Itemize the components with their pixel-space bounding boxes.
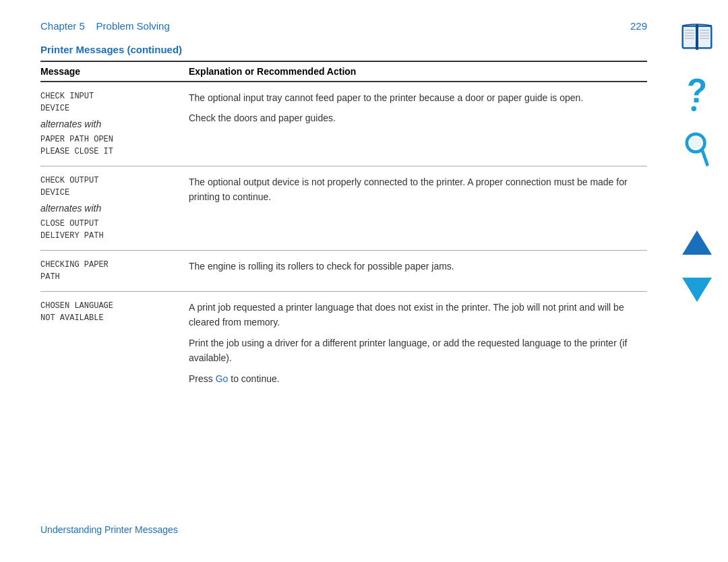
message-cell: CHOSEN LANGUAGENOT AVAILABLE <box>40 300 189 386</box>
svg-text:?: ? <box>686 74 706 109</box>
message-code-alt: CLOSE OUTPUTDELIVERY PATH <box>40 218 182 242</box>
svg-point-14 <box>691 106 696 111</box>
table-header: Message Explanation or Recommended Actio… <box>40 61 647 82</box>
message-code-alt: PAPER PATH OPENPLEASE CLOSE IT <box>40 133 182 158</box>
footer-link[interactable]: Understanding Printer Messages <box>40 524 178 535</box>
col-message-header: Message <box>40 66 189 77</box>
message-code: CHECKING PAPERPATH <box>40 259 182 283</box>
explanation-text: The engine is rolling its rollers to che… <box>189 259 647 274</box>
message-code: CHECK OUTPUTDEVICE <box>40 175 182 199</box>
explanation-text: The optional input tray cannot feed pape… <box>189 90 647 105</box>
explanation-text: The optional output device is not proper… <box>189 175 647 205</box>
alternates-with: alternates with <box>40 203 182 214</box>
explanation-text: A print job requested a printer language… <box>189 300 647 330</box>
table-row: CHECK INPUTDEVICE alternates with PAPER … <box>40 82 647 166</box>
message-code: CHOSEN LANGUAGENOT AVAILABLE <box>40 300 182 324</box>
section-name: Problem Solving <box>96 20 170 32</box>
message-cell: CHECKING PAPERPATH <box>40 259 189 283</box>
sidebar-icons: ? <box>679 20 716 303</box>
chapter-title: Chapter 5 Problem Solving <box>40 20 170 32</box>
explanation-cell: The engine is rolling its rollers to che… <box>189 259 647 283</box>
up-arrow-icon[interactable] <box>682 229 712 256</box>
table-row: CHOSEN LANGUAGENOT AVAILABLE A print job… <box>40 292 647 394</box>
explanation-go-text: Press Go to continue. <box>189 371 647 386</box>
chapter-number: Chapter 5 <box>40 20 85 32</box>
svg-point-16 <box>690 137 702 149</box>
explanation-text: Print the job using a driver for a diffe… <box>189 336 647 366</box>
messages-table: Message Explanation or Recommended Actio… <box>40 61 647 394</box>
svg-rect-12 <box>696 24 698 50</box>
svg-marker-18 <box>682 230 712 255</box>
go-link[interactable]: Go <box>216 373 229 384</box>
message-code: CHECK INPUTDEVICE <box>40 90 182 115</box>
explanation-cell: A print job requested a printer language… <box>189 300 647 386</box>
message-cell: CHECK OUTPUTDEVICE alternates with CLOSE… <box>40 175 189 242</box>
page-number: 229 <box>630 20 647 32</box>
svg-line-17 <box>702 150 708 165</box>
page-header: Chapter 5 Problem Solving 229 <box>40 20 647 32</box>
explanation-cell: The optional input tray cannot feed pape… <box>189 90 647 158</box>
alternates-with: alternates with <box>40 119 182 129</box>
svg-marker-19 <box>682 278 712 302</box>
explanation-cell: The optional output device is not proper… <box>189 175 647 242</box>
magnify-icon[interactable] <box>682 131 712 168</box>
col-explanation-header: Explanation or Recommended Action <box>189 66 647 77</box>
table-row: CHECKING PAPERPATH The engine is rolling… <box>40 251 647 292</box>
table-row: CHECK OUTPUTDEVICE alternates with CLOSE… <box>40 166 647 251</box>
explanation-text: Check the doors and paper guides. <box>189 111 647 125</box>
down-arrow-icon[interactable] <box>682 276 712 303</box>
question-icon[interactable]: ? <box>684 74 711 111</box>
message-cell: CHECK INPUTDEVICE alternates with PAPER … <box>40 90 189 158</box>
book-icon[interactable] <box>679 20 716 54</box>
section-title: Printer Messages (continued) <box>40 44 647 55</box>
